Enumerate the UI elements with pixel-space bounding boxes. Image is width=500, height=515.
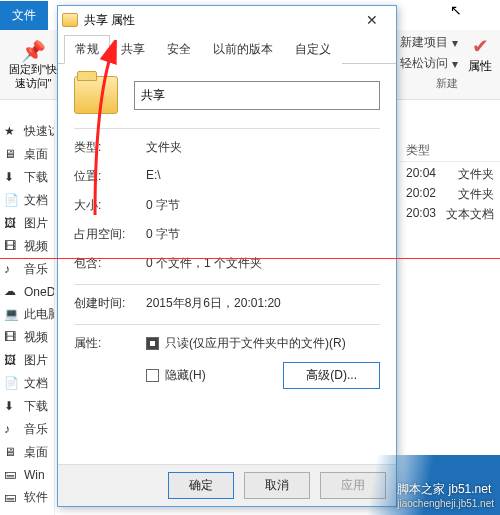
- nav-item[interactable]: 🖴软件: [0, 486, 54, 509]
- pin-quickaccess-button[interactable]: 📌 固定到"快 速访问": [8, 34, 58, 95]
- value-size-on-disk: 0 字节: [146, 226, 180, 243]
- dialog-title: 共享 属性: [84, 12, 135, 29]
- value-location: E:\: [146, 168, 161, 185]
- nav-item[interactable]: 🖥桌面: [0, 143, 54, 166]
- cell-time: 20:04: [406, 166, 436, 183]
- tab-share[interactable]: 共享: [110, 35, 156, 64]
- chevron-down-icon: ▾: [452, 36, 458, 50]
- nav-label: 视频: [24, 238, 48, 255]
- nav-item[interactable]: 🖴Win: [0, 464, 54, 486]
- download-icon: ⬇: [4, 170, 20, 186]
- nav-item[interactable]: ⬇下载: [0, 395, 54, 418]
- video-icon: 🎞: [4, 239, 20, 255]
- cell-time: 20:03: [406, 206, 436, 223]
- list-row[interactable]: 20:04文件夹: [400, 164, 500, 185]
- watermark-subtext: jiaochengheji.jb51.net: [397, 498, 494, 509]
- nav-label: 软件: [24, 489, 48, 506]
- desktop-icon: 🖥: [4, 147, 20, 163]
- list-row[interactable]: 20:03文本文档: [400, 204, 500, 225]
- cursor-icon: ↖: [450, 2, 462, 18]
- nav-label: 文档: [24, 192, 48, 209]
- annotation-line: [0, 258, 500, 259]
- doc-icon: 📄: [4, 376, 20, 392]
- folder-name-input[interactable]: 共享: [134, 81, 380, 110]
- star-icon: ★: [4, 124, 20, 140]
- properties-icon: ✔: [472, 34, 489, 58]
- video-icon: 🎞: [4, 330, 20, 346]
- nav-label: 下载: [24, 169, 48, 186]
- nav-label: 视频: [24, 329, 48, 346]
- nav-item[interactable]: 📄文档: [0, 372, 54, 395]
- new-item-label: 新建项目: [400, 34, 448, 51]
- picture-icon: 🖼: [4, 353, 20, 369]
- nav-item[interactable]: ♪音乐: [0, 418, 54, 441]
- file-menu[interactable]: 文件: [0, 1, 48, 30]
- label-size-on-disk: 占用空间:: [74, 226, 146, 243]
- label-type: 类型:: [74, 139, 146, 156]
- tab-previous-versions[interactable]: 以前的版本: [202, 35, 284, 64]
- nav-item[interactable]: 🖼图片: [0, 212, 54, 235]
- cell-type: 文件夹: [458, 186, 494, 203]
- nav-label: OneD: [24, 285, 55, 299]
- nav-label: 图片: [24, 215, 48, 232]
- easy-access-label: 轻松访问: [400, 55, 448, 72]
- nav-item[interactable]: 🎞视频: [0, 235, 54, 258]
- nav-label: 下载: [24, 398, 48, 415]
- onedrive-icon: ☁: [4, 284, 20, 300]
- dialog-titlebar[interactable]: 共享 属性 ✕: [58, 6, 396, 34]
- close-button[interactable]: ✕: [352, 12, 392, 28]
- nav-item[interactable]: ☁OneD: [0, 281, 54, 303]
- nav-item[interactable]: 💻此电脑: [0, 303, 54, 326]
- label-created: 创建时间:: [74, 295, 146, 312]
- doc-icon: 📄: [4, 193, 20, 209]
- properties-button[interactable]: 属性: [468, 58, 492, 75]
- music-icon: ♪: [4, 262, 20, 278]
- chevron-down-icon: ▾: [452, 57, 458, 71]
- nav-label: 音乐: [24, 421, 48, 438]
- nav-label: Win: [24, 468, 45, 482]
- checkbox-readonly[interactable]: [146, 337, 159, 350]
- separator: [74, 284, 380, 285]
- folder-icon-large: [74, 76, 118, 114]
- nav-item[interactable]: 📄文档: [0, 189, 54, 212]
- nav-item[interactable]: 🖼图片: [0, 349, 54, 372]
- cell-type: 文件夹: [458, 166, 494, 183]
- cell-time: 20:02: [406, 186, 436, 203]
- pin-label: 固定到"快 速访问": [8, 63, 58, 89]
- desktop-icon: 🖥: [4, 445, 20, 461]
- nav-label: 此电脑: [24, 306, 55, 323]
- cancel-button[interactable]: 取消: [244, 472, 310, 499]
- tab-general[interactable]: 常规: [64, 35, 110, 64]
- nav-pane[interactable]: ★快速访🖥桌面⬇下载📄文档🖼图片🎞视频♪音乐☁OneD💻此电脑🎞视频🖼图片📄文档…: [0, 120, 55, 515]
- column-header-type[interactable]: 类型: [400, 140, 500, 162]
- nav-label: 桌面: [24, 444, 48, 461]
- label-readonly: 只读(仅应用于文件夹中的文件)(R): [165, 335, 346, 352]
- label-attributes: 属性:: [74, 335, 146, 399]
- nav-item[interactable]: ♪音乐: [0, 258, 54, 281]
- label-hidden: 隐藏(H): [165, 367, 206, 384]
- nav-label: 音乐: [24, 261, 48, 278]
- pin-icon: 📌: [21, 39, 46, 63]
- ribbon-group-new: 新建: [436, 76, 458, 91]
- value-size: 0 字节: [146, 197, 180, 214]
- nav-item[interactable]: 🎞视频: [0, 326, 54, 349]
- value-created: 2015年8月6日，20:01:20: [146, 295, 281, 312]
- folder-icon: [62, 13, 78, 27]
- nav-item[interactable]: ⬇下载: [0, 166, 54, 189]
- disk-icon: 🖴: [4, 467, 20, 483]
- ok-button[interactable]: 确定: [168, 472, 234, 499]
- tab-custom[interactable]: 自定义: [284, 35, 342, 64]
- nav-item[interactable]: ★快速访: [0, 120, 54, 143]
- nav-label: 图片: [24, 352, 48, 369]
- list-row[interactable]: 20:02文件夹: [400, 184, 500, 205]
- checkbox-hidden[interactable]: [146, 369, 159, 382]
- advanced-button[interactable]: 高级(D)...: [283, 362, 380, 389]
- nav-label: 桌面: [24, 146, 48, 163]
- watermark-text: 脚本之家 jb51.net: [397, 482, 491, 496]
- nav-item[interactable]: 🖥桌面: [0, 441, 54, 464]
- cell-type: 文本文档: [446, 206, 494, 223]
- separator: [74, 128, 380, 129]
- picture-icon: 🖼: [4, 216, 20, 232]
- watermark: 脚本之家 jb51.net jiaochengheji.jb51.net: [397, 480, 494, 509]
- tab-security[interactable]: 安全: [156, 35, 202, 64]
